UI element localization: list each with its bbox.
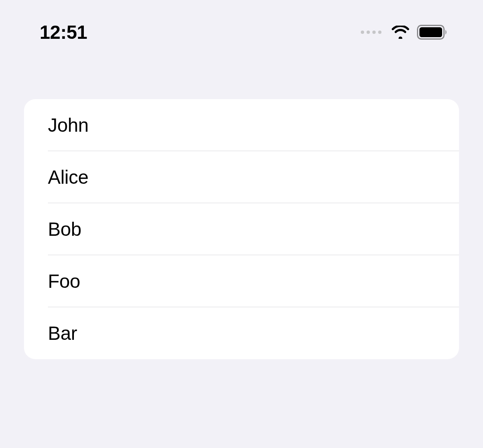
list-item-label: John bbox=[48, 114, 89, 136]
status-indicators bbox=[361, 25, 448, 40]
list-item-label: Alice bbox=[48, 166, 88, 188]
list-item[interactable]: John bbox=[24, 99, 459, 151]
list-item[interactable]: Alice bbox=[24, 151, 459, 203]
list-item-label: Bar bbox=[48, 322, 77, 344]
list-item-label: Foo bbox=[48, 270, 80, 292]
list-card: John Alice Bob Foo Bar bbox=[24, 99, 459, 359]
wifi-icon bbox=[391, 26, 410, 39]
status-time: 12:51 bbox=[40, 21, 87, 43]
svg-rect-1 bbox=[419, 27, 442, 37]
cellular-dots-icon bbox=[361, 31, 381, 34]
list-item[interactable]: Bob bbox=[24, 203, 459, 255]
status-bar: 12:51 bbox=[0, 0, 483, 45]
list-item-label: Bob bbox=[48, 218, 81, 240]
list-item[interactable]: Bar bbox=[24, 307, 459, 359]
list-item[interactable]: Foo bbox=[24, 255, 459, 307]
battery-icon bbox=[417, 25, 448, 40]
